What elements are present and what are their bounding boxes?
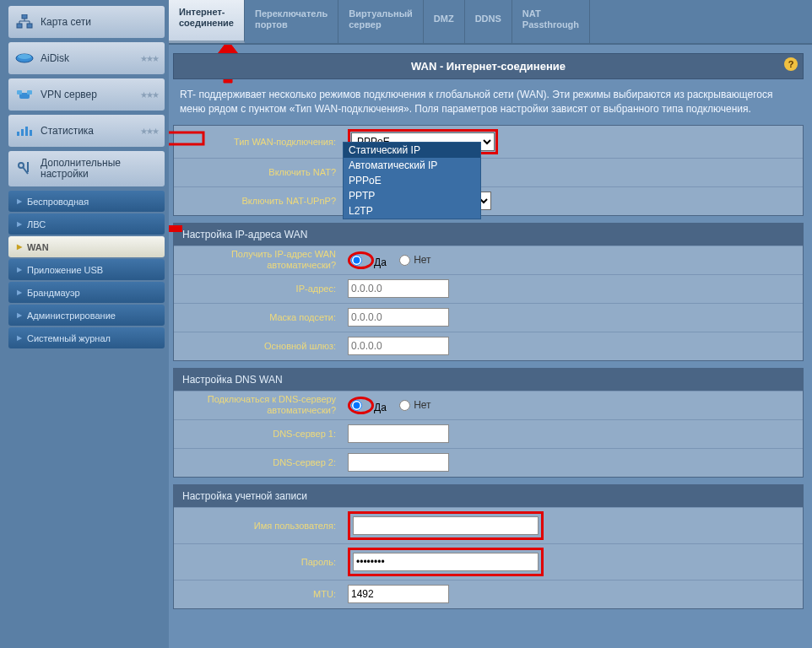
svg-point-4 — [18, 54, 31, 59]
sidebar-aidisk[interactable]: AiDisk ★★★ — [8, 42, 165, 74]
page-description: RT- поддерживает несколько режимов подкл… — [173, 79, 804, 125]
yes-label: Да — [374, 256, 387, 268]
sub-lan[interactable]: ▶ЛВС — [8, 213, 165, 235]
dns-auto-no[interactable]: Нет — [399, 399, 430, 411]
page-title-bar: WAN - Интернет-соединение ? — [173, 53, 804, 79]
mtu-label: MTU: — [174, 589, 343, 599]
gw-input[interactable] — [348, 337, 449, 355]
tab-port-trigger[interactable]: Переключатель портов — [245, 0, 338, 43]
svg-rect-0 — [22, 14, 27, 19]
sidebar: Карта сети AiDisk ★★★ VPN сервер ★★★ Ста… — [0, 0, 169, 648]
radio-no[interactable] — [399, 255, 410, 266]
ip-settings: Настройка IP-адреса WAN Получить IP-адре… — [173, 223, 804, 361]
ip-label: IP-адрес: — [174, 284, 343, 294]
option-l2tp[interactable]: L2TP — [344, 203, 480, 219]
option-pptp[interactable]: PPTP — [344, 188, 480, 203]
tab-label: DDNS — [475, 14, 501, 24]
tab-bar: Интернет- соединение Переключатель порто… — [169, 0, 812, 45]
option-pppoe[interactable]: PPPoE — [344, 173, 480, 188]
sidebar-label: AiDisk — [41, 52, 69, 64]
sidebar-label: Карта сети — [41, 16, 91, 28]
sub-label: Администрирование — [27, 310, 116, 321]
stars-icon: ★★★ — [140, 127, 158, 136]
svg-rect-7 — [27, 90, 32, 94]
bullet-icon: ▶ — [17, 334, 22, 342]
sub-admin[interactable]: ▶Администрирование — [8, 305, 165, 326]
password-input[interactable] — [353, 553, 539, 571]
dns-settings: Настройка DNS WAN Подключаться к DNS-сер… — [173, 368, 804, 478]
bullet-icon: ▶ — [17, 289, 22, 296]
dns2-input[interactable] — [348, 453, 449, 472]
annotation-highlight — [348, 251, 374, 269]
no-label: Нет — [414, 254, 430, 266]
tab-nat-pass[interactable]: NAT Passthrough — [512, 0, 590, 43]
stars-icon: ★★★ — [140, 54, 158, 63]
option-static[interactable]: Статический IP — [344, 143, 480, 158]
sidebar-label: VPN сервер — [41, 89, 97, 100]
network-map-icon — [15, 13, 34, 31]
radio-no[interactable] — [399, 400, 410, 411]
tab-internet[interactable]: Интернет- соединение — [169, 0, 245, 43]
bullet-icon: ▶ — [17, 243, 22, 251]
svg-rect-8 — [17, 132, 19, 136]
bullet-icon: ▶ — [17, 266, 22, 273]
tab-label: Интернет- соединение — [179, 7, 234, 29]
account-settings: Настройка учетной записи Имя пользовател… — [173, 484, 804, 609]
wan-type-dropdown[interactable]: Статический IP Автоматический IP PPPoE P… — [343, 142, 481, 219]
basic-settings: Тип WAN-подключения: PPPoE Статический I… — [173, 125, 804, 216]
sidebar-vpn[interactable]: VPN сервер ★★★ — [8, 78, 165, 111]
tab-dmz[interactable]: DMZ — [424, 0, 465, 43]
radio-yes[interactable] — [351, 400, 362, 411]
sub-label: Брандмауэр — [27, 288, 80, 298]
gw-label: Основной шлюз: — [174, 341, 343, 351]
sidebar-network-map[interactable]: Карта сети — [8, 6, 165, 38]
svg-rect-11 — [30, 130, 32, 136]
page-title: WAN - Интернет-соединение — [411, 60, 566, 73]
sub-label: WAN — [27, 242, 49, 252]
sub-label: Системный журнал — [27, 333, 111, 343]
dns2-label: DNS-сервер 2: — [174, 457, 343, 467]
wan-type-label: Тип WAN-подключения: — [174, 137, 343, 147]
svg-rect-9 — [21, 129, 24, 136]
tab-virtual-server[interactable]: Виртуальный сервер — [338, 0, 424, 43]
sub-usb[interactable]: ▶Приложение USB — [8, 259, 165, 280]
svg-rect-6 — [17, 90, 22, 94]
sub-label: Беспроводная — [27, 197, 89, 207]
stars-icon: ★★★ — [140, 90, 158, 100]
sub-firewall[interactable]: ▶Брандмауэр — [8, 282, 165, 303]
help-icon[interactable]: ? — [784, 57, 798, 71]
upnp-label: Включить NAT-UPnP? — [174, 196, 343, 206]
sub-syslog[interactable]: ▶Системный журнал — [8, 327, 165, 348]
pass-label: Пароль: — [174, 557, 343, 567]
sidebar-stats[interactable]: Статистика ★★★ — [8, 115, 165, 147]
tab-ddns[interactable]: DDNS — [465, 0, 512, 43]
radio-yes[interactable] — [351, 255, 362, 266]
dns-section-header: Настройка DNS WAN — [174, 369, 803, 391]
dns1-input[interactable] — [348, 424, 449, 443]
tab-label: DMZ — [434, 14, 454, 24]
dns-auto-yes[interactable] — [351, 400, 362, 411]
sidebar-label: Статистика — [41, 125, 94, 137]
mtu-input[interactable] — [348, 585, 449, 603]
ip-auto-yes[interactable] — [351, 255, 362, 266]
ip-auto-no[interactable]: Нет — [399, 254, 430, 266]
svg-rect-1 — [17, 24, 22, 28]
sub-label: Приложение USB — [27, 265, 103, 275]
user-label: Имя пользователя: — [174, 521, 343, 531]
no-label: Нет — [414, 399, 430, 411]
aidisk-icon — [15, 49, 34, 68]
sidebar-advanced[interactable]: Дополнительные настройки — [8, 151, 165, 186]
vpn-icon — [15, 85, 34, 104]
annotation-highlight — [348, 511, 544, 540]
annotation-highlight — [348, 548, 544, 576]
ip-input[interactable] — [348, 279, 449, 298]
mask-input[interactable] — [348, 308, 449, 327]
ip-section-header: Настройка IP-адреса WAN — [174, 224, 803, 246]
username-input[interactable] — [353, 516, 539, 535]
svg-rect-2 — [27, 24, 32, 28]
sub-wireless[interactable]: ▶Беспроводная — [8, 191, 165, 212]
dns-auto-label: Подключаться к DNS-серверу автоматически… — [174, 394, 343, 416]
option-auto[interactable]: Автоматический IP — [344, 158, 480, 173]
sub-wan[interactable]: ▶WAN — [8, 236, 165, 257]
tools-icon — [15, 159, 34, 178]
